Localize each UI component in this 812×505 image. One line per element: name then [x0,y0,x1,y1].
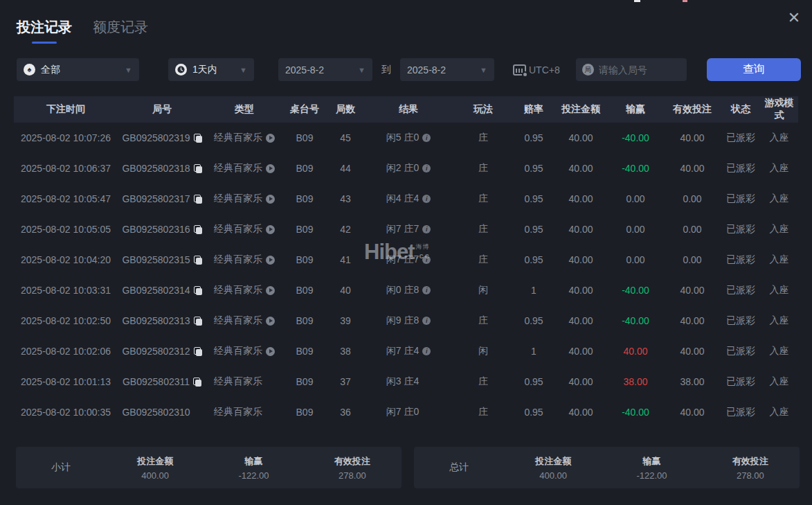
info-icon[interactable]: i [422,225,431,233]
subtotal-bet-amount: 投注金额 400.00 [106,455,204,481]
win-loss: -40.00 [608,315,663,326]
round-id: GB0925802316 [122,224,190,235]
bet-time: 2025-08-02 10:01:13 [14,376,118,387]
video-replay-icon[interactable] [266,347,275,356]
bet-amount: 40.00 [554,285,608,296]
round-number: 39 [327,315,364,326]
filter-bar: ♠ 全部 ▼ 1天内 ▼ 2025-8-2 ▼ 到 2025-8-2 ▼ UTC… [17,58,687,81]
game-type-cell: 经典百家乐 [206,162,282,175]
game-type-cell: 经典百家乐 [206,284,282,296]
copy-icon[interactable] [194,164,202,173]
info-icon[interactable]: i [422,164,431,172]
copy-icon[interactable] [194,195,202,204]
valid-bet: 40.00 [663,315,721,326]
subtotal-label: 小计 [16,461,106,474]
round-id: GB0925802319 [122,132,190,143]
info-icon[interactable]: i [422,195,431,203]
table-number: B09 [282,254,327,265]
table-number: B09 [282,285,327,296]
round-id-cell: GB0925802319 [118,132,206,143]
odds: 0.95 [514,407,554,418]
copy-icon[interactable] [194,286,202,295]
column-header: 游戏模式 [760,97,798,122]
video-replay-icon[interactable] [266,134,275,143]
column-header: 桌台号 [282,103,327,116]
game-type-value: 全部 [41,64,60,76]
bet-amount: 40.00 [554,315,608,326]
result-cell: 闲7 庄0 i [364,406,453,418]
round-id: GB0925802315 [122,254,190,265]
info-icon[interactable]: i [422,256,431,264]
game-type-cell: 经典百家乐 [206,406,282,418]
round-number: 37 [327,376,364,387]
game-type: 经典百家乐 [214,314,262,327]
column-header: 赔率 [514,103,554,116]
play-type: 庄 [453,254,514,266]
copy-icon[interactable] [193,378,201,387]
round-id-cell: GB0925802310 [118,407,206,418]
round-number-input[interactable] [599,64,680,76]
bet-amount: 40.00 [554,193,608,204]
result-text: 闲7 庄7 [386,223,419,236]
round-id-cell: GB0925802316 [118,224,206,235]
video-replay-icon[interactable] [266,225,275,234]
game-type-cell: 经典百家乐 [206,345,282,357]
bet-time: 2025-08-02 10:07:26 [14,132,118,143]
timezone-label: UTC+8 [529,64,560,76]
table-number: B09 [282,315,327,326]
table-number: B09 [282,224,327,235]
info-icon[interactable]: i [422,286,431,294]
video-replay-icon[interactable] [266,256,275,265]
status-badge: 已派彩 [721,314,760,327]
column-header: 投注金额 [554,103,608,116]
result-text: 闲3 庄4 [386,375,419,388]
win-loss: 40.00 [608,346,663,357]
game-mode: 入座 [760,284,798,296]
game-mode: 入座 [760,375,798,388]
copy-icon[interactable] [194,347,202,356]
copy-icon[interactable] [194,317,202,326]
round-number: 42 [327,224,364,235]
round-number: 44 [327,163,364,174]
table-header: 下注时间局号类型桌台号局数结果玩法赔率投注金额输赢有效投注状态游戏模式 [14,96,798,123]
game-type: 经典百家乐 [214,284,262,296]
date-to-value: 2025-8-2 [407,64,446,76]
round-id-cell: GB0925802311 [118,376,206,387]
table-number: B09 [282,346,327,357]
game-type: 经典百家乐 [214,223,262,236]
game-type: 经典百家乐 [214,193,262,205]
info-icon[interactable]: i [422,134,431,142]
table-row: 2025-08-02 10:06:37 GB0925802318 经典百家乐 B… [14,153,798,184]
close-icon[interactable]: ✕ [784,8,804,28]
video-replay-icon[interactable] [266,317,275,326]
game-type-cell: 经典百家乐 [206,193,282,205]
round-number: 36 [327,407,364,418]
table-number: B09 [282,376,327,387]
game-type: 经典百家乐 [214,345,262,357]
date-from-dropdown[interactable]: 2025-8-2 ▼ [278,58,372,81]
copy-icon[interactable] [194,256,202,265]
column-header: 玩法 [453,103,514,116]
status-badge: 已派彩 [721,345,760,357]
column-header: 结果 [364,103,453,116]
table-row: 2025-08-02 10:01:13 GB0925802311 经典百家乐 B… [14,366,798,397]
game-type-dropdown[interactable]: ♠ 全部 ▼ [17,58,139,81]
top-edge-remnant-white [634,0,640,2]
video-replay-icon[interactable] [266,286,275,295]
status-badge: 已派彩 [721,284,760,296]
tab-bet-records[interactable]: 投注记录 [17,18,72,44]
bet-amount: 40.00 [554,163,608,174]
info-icon[interactable]: i [422,317,431,325]
copy-icon[interactable] [194,134,202,143]
copy-icon[interactable] [194,225,202,234]
time-range-dropdown[interactable]: 1天内 ▼ [168,58,254,81]
video-replay-icon[interactable] [266,195,275,204]
search-button[interactable]: 查询 [707,58,801,81]
video-replay-icon[interactable] [266,164,275,173]
date-to-dropdown[interactable]: 2025-8-2 ▼ [400,58,494,81]
tab-quota-records[interactable]: 额度记录 [93,18,148,44]
status-badge: 已派彩 [721,254,760,266]
bet-time: 2025-08-02 10:00:35 [14,407,118,418]
info-icon[interactable]: i [422,347,431,355]
table-row: 2025-08-02 10:00:35 GB0925802310 经典百家乐 B… [14,397,798,427]
